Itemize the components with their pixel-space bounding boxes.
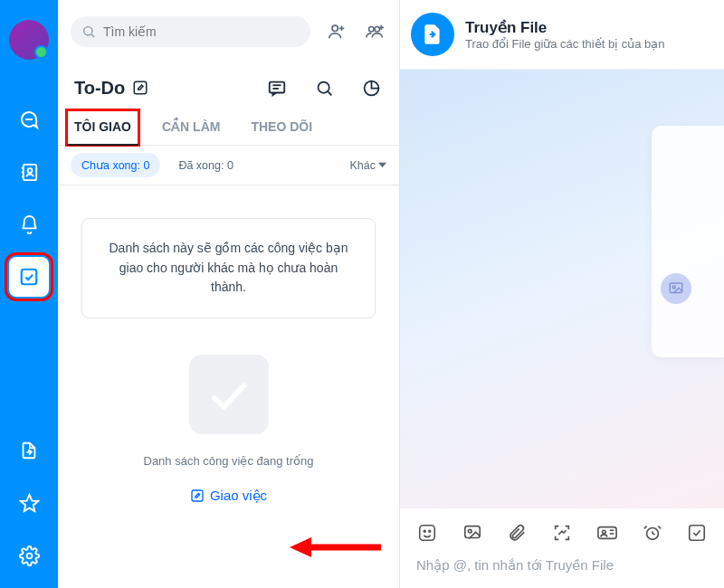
svg-line-23 xyxy=(328,91,331,95)
empty-state: Danh sách này sẽ gồm các công việc bạn g… xyxy=(58,185,399,516)
message-icon xyxy=(267,78,287,98)
file-arrow-icon xyxy=(421,23,444,46)
search-input[interactable] xyxy=(103,24,300,39)
info-card: Danh sách này sẽ gồm các công việc bạn g… xyxy=(81,218,376,318)
assign-task-button[interactable]: Giao việc xyxy=(190,488,267,504)
middle-column: To-Do TÔI GIAO CẦN LÀM THEO DÕI Chưa xon… xyxy=(58,0,400,588)
check-square-icon xyxy=(19,267,39,287)
image-button[interactable] xyxy=(462,521,483,545)
nav-contacts[interactable] xyxy=(9,152,49,192)
star-icon xyxy=(19,493,40,514)
filter-more-label: Khác xyxy=(350,159,376,172)
todo-header: To-Do xyxy=(58,56,399,110)
svg-point-30 xyxy=(429,530,431,532)
filter-more[interactable]: Khác xyxy=(350,159,387,172)
empty-illustration xyxy=(189,355,269,434)
search-todo-button[interactable] xyxy=(312,76,336,100)
partial-panel xyxy=(652,126,724,357)
todo-header-actions xyxy=(265,76,383,100)
svg-point-14 xyxy=(369,27,375,33)
svg-point-2 xyxy=(27,168,32,173)
svg-line-41 xyxy=(658,526,661,529)
tab-need-to-do[interactable]: CẦN LÀM xyxy=(162,110,220,145)
gear-icon xyxy=(19,545,40,566)
capture-icon xyxy=(552,523,572,543)
edit-icon xyxy=(132,80,148,96)
filter-row: Chưa xong: 0 Đã xong: 0 Khác xyxy=(58,146,399,185)
avatar[interactable] xyxy=(9,20,49,60)
pie-chart-icon xyxy=(362,79,381,98)
check-icon xyxy=(205,370,253,419)
paperclip-icon xyxy=(507,523,527,543)
svg-line-10 xyxy=(91,34,94,37)
search-icon xyxy=(81,24,96,39)
nav-rail xyxy=(0,0,58,588)
svg-rect-6 xyxy=(22,270,37,285)
svg-point-11 xyxy=(332,25,338,31)
nav-chat[interactable] xyxy=(9,100,49,139)
file-arrow-icon xyxy=(19,441,39,460)
chat-bubble-icon xyxy=(18,109,40,130)
svg-rect-18 xyxy=(135,81,148,94)
nav-settings[interactable] xyxy=(9,536,49,575)
contact-card-button[interactable] xyxy=(596,521,618,545)
svg-line-40 xyxy=(643,526,646,529)
image-placeholder-icon xyxy=(661,273,691,304)
tab-following[interactable]: THEO DÕI xyxy=(251,110,312,145)
filter-done[interactable]: Đã xong: 0 xyxy=(169,154,242,177)
svg-rect-25 xyxy=(192,490,203,501)
empty-subtitle: Danh sách công việc đang trống xyxy=(81,454,376,468)
right-header: Truyền File Trao đổi File giữa các thiết… xyxy=(400,0,724,70)
edit-square-icon xyxy=(190,488,205,503)
todo-title-text: To-Do xyxy=(74,78,125,99)
compose-input[interactable]: Nhập @, tin nhắn tới Truyền File xyxy=(400,550,724,588)
svg-point-8 xyxy=(26,553,32,558)
bell-icon xyxy=(19,214,40,235)
right-column: Truyền File Trao đổi File giữa các thiết… xyxy=(400,0,724,588)
svg-rect-28 xyxy=(420,526,435,541)
tab-assigned-by-me[interactable]: TÔI GIAO xyxy=(67,110,138,145)
filter-pending[interactable]: Chưa xong: 0 xyxy=(71,153,160,177)
search-input-wrap[interactable] xyxy=(71,16,310,47)
svg-marker-7 xyxy=(20,494,37,510)
group-plus-icon xyxy=(364,22,386,42)
svg-point-27 xyxy=(672,286,675,289)
compose-toolbar xyxy=(400,508,724,550)
svg-marker-24 xyxy=(378,163,386,167)
stats-button[interactable] xyxy=(359,76,383,100)
chat-content xyxy=(400,70,724,508)
svg-point-29 xyxy=(424,530,425,532)
svg-rect-42 xyxy=(690,526,705,541)
svg-point-9 xyxy=(84,27,92,35)
user-plus-icon xyxy=(327,22,347,42)
assign-task-label: Giao việc xyxy=(210,488,267,504)
add-friend-button[interactable] xyxy=(325,20,348,43)
nav-starred[interactable] xyxy=(9,483,49,523)
file-transfer-app-icon xyxy=(411,13,454,56)
nav-notifications[interactable] xyxy=(9,204,49,244)
sticker-button[interactable] xyxy=(416,521,438,545)
create-group-button[interactable] xyxy=(363,20,386,43)
svg-line-39 xyxy=(653,534,655,535)
chat-subtitle: Trao đổi File giữa các thiết bị của bạn xyxy=(465,37,665,51)
task-button[interactable] xyxy=(686,521,708,545)
svg-rect-19 xyxy=(270,82,285,93)
search-icon xyxy=(315,79,334,98)
svg-point-32 xyxy=(468,529,472,533)
svg-point-34 xyxy=(602,530,605,534)
todo-tabs: TÔI GIAO CẦN LÀM THEO DÕI xyxy=(58,110,399,145)
messages-button[interactable] xyxy=(265,76,289,100)
chat-title: Truyền File xyxy=(465,18,665,37)
reminder-button[interactable] xyxy=(642,521,663,545)
attach-button[interactable] xyxy=(506,521,528,545)
nav-todo[interactable] xyxy=(9,257,49,297)
caret-down-icon xyxy=(378,161,386,169)
nav-files[interactable] xyxy=(9,431,49,470)
contacts-icon xyxy=(19,162,40,183)
card-icon xyxy=(596,523,618,543)
sticker-icon xyxy=(417,523,437,543)
search-row xyxy=(58,0,399,56)
alarm-icon xyxy=(643,523,662,543)
screenshot-button[interactable] xyxy=(551,521,573,545)
todo-title: To-Do xyxy=(74,78,148,99)
